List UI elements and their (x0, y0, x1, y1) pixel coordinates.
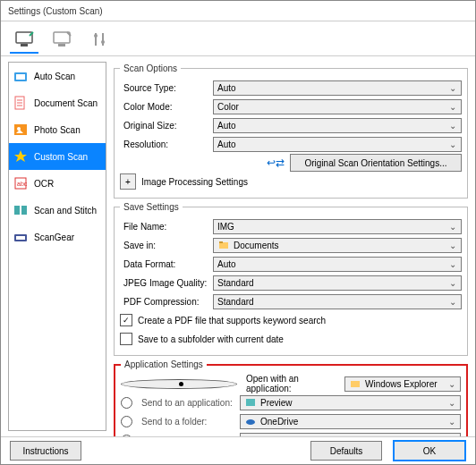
scan-options-legend: Scan Options (120, 63, 181, 73)
sidebar: Auto Scan Document Scan Photo Scan Custo… (8, 62, 106, 431)
open-with-app-label: Open with an application: (242, 374, 344, 393)
save-settings-group: Save Settings File Name: IMG⌄ Save in: D… (114, 202, 468, 356)
defaults-button[interactable]: Defaults (310, 441, 382, 461)
top-toolbar (1, 21, 475, 56)
svg-rect-26 (246, 399, 255, 406)
svg-point-7 (101, 40, 105, 44)
application-settings-group: Application Settings Open with an applic… (114, 359, 468, 436)
chevron-down-icon: ⌄ (446, 220, 459, 233)
tab-scan-from-computer[interactable] (10, 25, 38, 54)
subfolder-label: Save to a subfolder with current date (138, 334, 284, 344)
jpeg-quality-select[interactable]: Standard⌄ (213, 275, 462, 291)
attach-email-select[interactable]: None (Attach Manually)⌄ (240, 433, 461, 437)
orientation-settings-button[interactable]: Original Scan Orientation Settings... (290, 154, 462, 172)
sidebar-item-auto-scan[interactable]: Auto Scan (9, 63, 106, 89)
svg-rect-23 (219, 242, 228, 249)
color-mode-label: Color Mode: (120, 102, 213, 112)
subfolder-checkbox[interactable] (120, 333, 132, 345)
instructions-button[interactable]: Instructions (10, 441, 81, 461)
jpeg-quality-label: JPEG Image Quality: (120, 278, 213, 288)
sidebar-item-label: Auto Scan (34, 72, 75, 81)
svg-rect-0 (16, 32, 32, 43)
image-processing-label: Image Processing Settings (141, 177, 248, 187)
svg-point-6 (94, 34, 98, 38)
chevron-down-icon: ⌄ (446, 276, 459, 290)
swap-icon[interactable]: ↩⇄ (267, 156, 285, 169)
original-size-select[interactable]: Auto⌄ (213, 118, 462, 133)
pdf-keyword-label: Create a PDF file that supports keyword … (138, 316, 326, 326)
svg-rect-9 (16, 74, 25, 80)
svg-rect-19 (14, 206, 20, 215)
pdf-compression-select[interactable]: Standard⌄ (213, 294, 462, 309)
auto-scan-icon (13, 68, 29, 84)
save-settings-legend: Save Settings (120, 202, 183, 212)
svg-rect-1 (21, 44, 28, 46)
settings-window: Settings (Custom Scan) Auto Scan Documen… (0, 0, 476, 465)
save-in-label: Save in: (120, 241, 213, 250)
ok-button[interactable]: OK (393, 440, 466, 461)
open-with-app-radio[interactable] (121, 379, 237, 389)
sidebar-item-label: Custom Scan (34, 152, 88, 162)
chevron-down-icon: ⌄ (446, 119, 459, 132)
file-name-label: File Name: (120, 222, 213, 232)
send-to-app-select[interactable]: Preview⌄ (240, 395, 461, 410)
save-in-select[interactable]: Documents⌄ (213, 238, 462, 253)
resolution-select[interactable]: Auto⌄ (213, 137, 462, 152)
tab-scan-to-computer[interactable] (47, 25, 76, 52)
titlebar: Settings (Custom Scan) (1, 1, 475, 21)
svg-rect-22 (16, 236, 25, 240)
sidebar-item-custom-scan[interactable]: Custom Scan (9, 143, 106, 170)
resolution-label: Resolution: (120, 140, 213, 149)
chevron-down-icon: ⌄ (446, 81, 459, 95)
color-mode-select[interactable]: Color⌄ (213, 99, 462, 114)
chevron-down-icon: ⌄ (446, 100, 459, 114)
open-with-app-select[interactable]: Windows Explorer⌄ (344, 376, 461, 392)
pdf-compression-label: PDF Compression: (120, 297, 213, 307)
svg-point-15 (17, 127, 21, 131)
sidebar-item-label: Document Scan (34, 98, 98, 108)
chevron-down-icon: ⌄ (445, 377, 458, 391)
footer: Instructions Defaults OK (1, 436, 475, 464)
stitch-icon (13, 202, 29, 218)
send-to-folder-select[interactable]: OneDrive⌄ (240, 414, 461, 429)
sidebar-item-label: OCR (34, 179, 54, 189)
data-format-select[interactable]: Auto⌄ (213, 257, 462, 272)
svg-rect-20 (21, 206, 27, 215)
svg-rect-3 (58, 44, 65, 46)
send-to-app-label: Send to an application: (138, 398, 240, 408)
chevron-down-icon: ⌄ (445, 434, 458, 437)
svg-text:abc: abc (17, 181, 28, 187)
sidebar-item-scangear[interactable]: ScanGear (9, 224, 106, 250)
tab-tools[interactable] (85, 25, 114, 52)
chevron-down-icon: ⌄ (445, 415, 458, 428)
scan-options-group: Scan Options Source Type: Auto⌄ Color Mo… (114, 63, 468, 199)
mail-icon (244, 434, 257, 436)
send-to-folder-radio[interactable] (121, 416, 132, 427)
file-name-input[interactable]: IMG⌄ (213, 219, 462, 234)
sidebar-item-document-scan[interactable]: Document Scan (9, 89, 106, 116)
source-type-select[interactable]: Auto⌄ (213, 80, 462, 96)
folder-icon (217, 239, 230, 251)
svg-point-27 (246, 419, 255, 425)
sidebar-item-ocr[interactable]: abc OCR (9, 170, 106, 197)
original-size-label: Original Size: (120, 121, 213, 131)
sidebar-item-scan-and-stitch[interactable]: Scan and Stitch (9, 197, 106, 224)
sidebar-item-photo-scan[interactable]: Photo Scan (9, 116, 106, 143)
pdf-keyword-checkbox[interactable]: ✓ (120, 314, 132, 326)
expand-image-processing-button[interactable]: + (120, 173, 136, 190)
explorer-icon (349, 377, 361, 390)
preview-icon (244, 396, 257, 409)
chevron-down-icon: ⌄ (446, 239, 459, 252)
chevron-down-icon: ⌄ (446, 258, 459, 271)
svg-rect-25 (351, 381, 360, 387)
sidebar-item-label: Scan and Stitch (34, 206, 97, 216)
ocr-icon: abc (13, 175, 29, 191)
onedrive-icon (244, 415, 257, 427)
document-scan-icon (13, 95, 29, 111)
svg-marker-16 (14, 150, 27, 162)
photo-scan-icon (13, 122, 29, 138)
window-title: Settings (Custom Scan) (8, 6, 103, 16)
custom-scan-icon (13, 148, 29, 165)
chevron-down-icon: ⌄ (446, 295, 459, 309)
send-to-app-radio[interactable] (121, 397, 132, 409)
